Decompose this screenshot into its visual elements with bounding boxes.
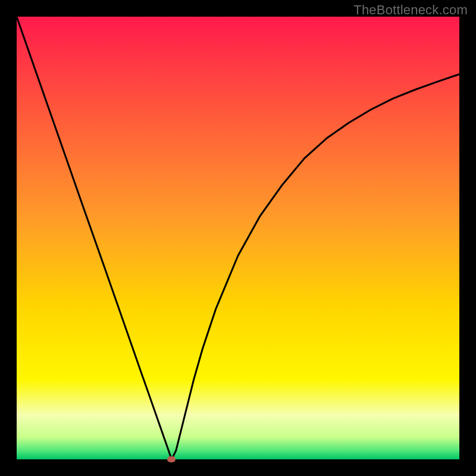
chart-frame: TheBottleneck.com: [0, 0, 476, 476]
bottleneck-curve: [17, 17, 459, 459]
plot-area: [17, 17, 459, 459]
watermark-text: TheBottleneck.com: [353, 2, 468, 18]
optimal-point-marker: [167, 456, 176, 462]
